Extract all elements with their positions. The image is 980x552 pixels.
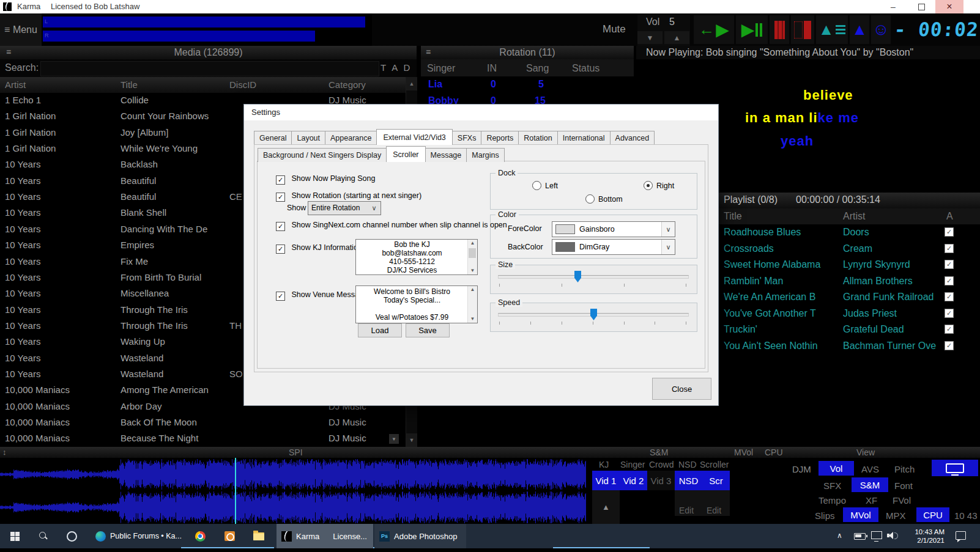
media-row[interactable]: 10,000 ManiacsBecause The NightDJ Music▼ [0, 431, 406, 447]
mvol-section-header[interactable]: MVol [734, 447, 753, 457]
column-sang[interactable]: Sang [526, 63, 549, 74]
tab-general[interactable]: General [254, 131, 292, 145]
vid2-button[interactable]: Vid 2 [620, 471, 647, 490]
mute-button[interactable]: Mute [603, 17, 636, 42]
sm-view-button[interactable]: S&M [852, 477, 888, 492]
minimize-button[interactable]: – [879, 0, 907, 13]
sfx-label[interactable]: SFX [823, 480, 841, 491]
tray-chevron-icon[interactable]: ∧ [837, 531, 842, 540]
tab-rotation[interactable]: Rotation [518, 131, 558, 145]
playlist-row[interactable]: Ramblin' ManAllman Brothers✓ [718, 273, 980, 289]
search-input[interactable] [40, 61, 379, 76]
column-artist[interactable]: Artist [5, 79, 26, 90]
playlist-active-checkbox[interactable]: ✓ [945, 244, 954, 253]
checkbox-show-now-playing[interactable]: ✓ Show Now Playing Song [276, 174, 375, 185]
fvol-label[interactable]: FVol [893, 495, 911, 506]
playlist-active-checkbox[interactable]: ✓ [945, 341, 954, 350]
textbox-scrollbar[interactable]: ▲ ▼ [467, 286, 477, 323]
scroll-thumb[interactable] [469, 248, 476, 258]
vol-down-button[interactable]: ▼ [637, 31, 663, 44]
category-dropdown-icon[interactable]: ▼ [389, 434, 399, 444]
maximize-button[interactable] [907, 0, 935, 13]
mpx-label[interactable]: MPX [886, 510, 906, 521]
taskbar-outlook-button[interactable] [215, 524, 243, 548]
checkbox-show-rotation[interactable]: ✓ Show Rotation (starting at next singer… [276, 191, 421, 202]
column-category[interactable]: Category [329, 79, 366, 90]
resize-handle-icon[interactable]: ↕ [2, 447, 7, 457]
restart-play-button[interactable]: ← ▶ [694, 15, 734, 44]
backcolor-dropdown[interactable]: DimGray ∨ [552, 239, 675, 255]
column-status[interactable]: Status [572, 63, 600, 74]
tab-international[interactable]: International [557, 131, 611, 145]
tab-appearance[interactable]: Appearance [325, 131, 377, 145]
checkbox-show-kj-info[interactable]: ✓ Show KJ Information [276, 243, 362, 254]
singers-smiley-button[interactable]: ☺ [871, 15, 891, 44]
column-discid[interactable]: DiscID [229, 79, 256, 90]
nsd-button[interactable]: NSD [675, 471, 702, 490]
close-button[interactable]: × [935, 0, 963, 13]
tab-sfxs[interactable]: SFXs [452, 131, 482, 145]
cpu-section-header[interactable]: CPU [765, 447, 783, 457]
speed-slider-thumb[interactable] [590, 309, 597, 320]
menu-button[interactable]: ≡ Menu [0, 13, 42, 46]
scroll-down-icon[interactable]: ▼ [468, 315, 477, 323]
settings-dialog-titlebar[interactable]: Settings [244, 105, 718, 120]
load-button[interactable]: Load [358, 323, 402, 337]
singer-list-button[interactable]: ▲ [816, 15, 848, 44]
font-label[interactable]: Font [894, 480, 913, 491]
scroller-edit-button[interactable]: Edit [707, 506, 721, 515]
dock-bottom-radio[interactable]: Bottom [585, 194, 623, 204]
scroll-up-button[interactable]: ▲ [406, 77, 417, 90]
search-mode-buttons[interactable]: T A D [380, 62, 412, 73]
playlist-active-checkbox[interactable]: ✓ [945, 309, 954, 318]
taskbar-explorer-button[interactable] [245, 524, 273, 548]
dock-left-radio[interactable]: Left [532, 181, 558, 190]
next-singer-button[interactable]: ▲ [850, 15, 869, 44]
taskbar-photoshop-window[interactable]: Ps Adobe Photoshop [374, 524, 466, 548]
textbox-scrollbar[interactable]: ▲ ▼ [467, 240, 477, 274]
dock-right-radio[interactable]: Right [644, 181, 674, 190]
column-title[interactable]: Title [121, 79, 138, 90]
xf-label[interactable]: XF [866, 495, 877, 506]
tab-advanced[interactable]: Advanced [610, 131, 655, 145]
vol-up-button[interactable]: ▲ [664, 31, 689, 44]
playlist-row[interactable]: Roadhouse BluesDoors✓ [718, 224, 980, 240]
tempo-label[interactable]: Tempo [819, 495, 846, 506]
column-title[interactable]: Title [724, 211, 742, 222]
playlist-active-checkbox[interactable]: ✓ [945, 292, 954, 301]
scroll-down-icon[interactable]: ▼ [468, 267, 477, 274]
settings-close-button[interactable]: Close [652, 378, 711, 400]
subtab-margins[interactable]: Margins [466, 148, 504, 162]
network-icon[interactable] [871, 531, 882, 539]
subtab-background[interactable]: Background / Next Singers Display [258, 148, 387, 162]
playlist-row[interactable]: CrossroadsCream✓ [718, 241, 980, 257]
playlist-row[interactable]: Truckin'Grateful Dead✓ [718, 322, 980, 337]
scr-button[interactable]: Scr [702, 471, 730, 490]
size-slider-thumb[interactable] [574, 271, 581, 282]
stop-eject-button[interactable] [791, 15, 814, 44]
taskbar-search-button[interactable] [29, 524, 58, 548]
stop-button[interactable] [770, 15, 789, 44]
column-a[interactable]: A [946, 211, 953, 222]
tray-clock[interactable]: 10:43 AM 2/1/2021 [907, 528, 945, 545]
kj-info-textbox[interactable]: Bob the KJ bob@latshaw.com 410-555-1212 … [355, 239, 478, 275]
column-singer[interactable]: Singer [427, 63, 455, 74]
tab-external-vid[interactable]: External Vid2/Vid3 [376, 129, 452, 145]
playlist-active-checkbox[interactable]: ✓ [945, 276, 954, 285]
slips-label[interactable]: Slips [815, 510, 835, 521]
scroll-up-icon[interactable]: ▲ [468, 286, 477, 293]
forecolor-dropdown[interactable]: Gainsboro ∨ [552, 221, 675, 237]
rotation-scope-dropdown[interactable]: Entire Rotation ∨ [308, 201, 381, 215]
volume-tray-icon[interactable] [887, 531, 898, 540]
subtab-scroller[interactable]: Scroller [386, 146, 425, 162]
waveform-display[interactable] [0, 458, 586, 524]
media-row[interactable]: 10,000 ManiacsBack Of The MoonDJ Music [0, 415, 406, 431]
vid1-button[interactable]: Vid 1 [592, 471, 620, 490]
action-center-icon[interactable] [956, 531, 966, 540]
djm-label[interactable]: DJM [792, 464, 811, 474]
vid3-button[interactable]: Vid 3 [647, 471, 675, 490]
playlist-active-checkbox[interactable]: ✓ [945, 227, 954, 237]
tab-reports[interactable]: Reports [481, 131, 519, 145]
cortana-button[interactable] [58, 524, 86, 548]
column-artist[interactable]: Artist [843, 211, 865, 222]
